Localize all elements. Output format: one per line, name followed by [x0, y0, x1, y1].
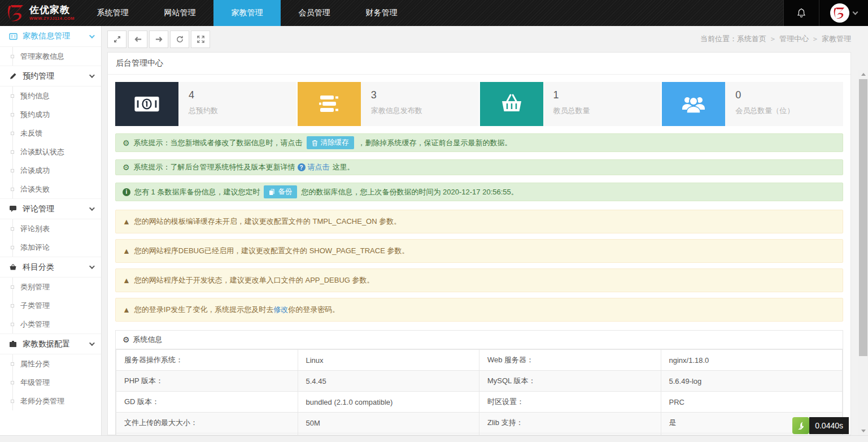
back-button[interactable] [128, 31, 147, 48]
main-content: 当前位置：系统首页＞管理中心＞家教管理 后台管理中心 4 总预约数 [102, 26, 868, 442]
table-cell-label: Zlib 支持： [479, 413, 661, 434]
sidebar-section-comments[interactable]: 评论管理 [0, 198, 101, 219]
scroll-down-arrow-icon[interactable] [858, 427, 868, 435]
sidebar-item-attribute-category[interactable]: 属性分类 [0, 354, 101, 373]
sidebar-item-subcategory-manage[interactable]: 子类管理 [0, 296, 101, 315]
sidebar-item-negotiate-default[interactable]: 洽谈默认状态 [0, 142, 101, 161]
sidebar-item-label: 洽谈默认状态 [20, 147, 64, 157]
backup-button[interactable]: 备份 [264, 185, 297, 198]
stat-card-members[interactable]: 0 会员总数量（位） [662, 82, 843, 126]
sidebar-item-negotiate-success[interactable]: 洽谈成功 [0, 161, 101, 180]
sidebar-section-subjects[interactable]: 科目分类 [0, 257, 101, 277]
sidebar-item-category-manage[interactable]: 类别管理 [0, 278, 101, 296]
refresh-icon [176, 35, 184, 44]
sidebar-section-booking[interactable]: 预约管理 [0, 66, 101, 86]
expand-button[interactable] [107, 31, 127, 48]
breadcrumb-admin-center[interactable]: 管理中心 [779, 34, 809, 43]
clear-cache-button[interactable]: 清除缓存 [307, 136, 354, 149]
basket-icon [9, 263, 18, 272]
chevron-down-icon [853, 9, 858, 15]
sidebar: 家教信息管理 管理家教信息 预约管理 预约信息 预约成功 未反馈 洽谈默认状态 … [0, 26, 102, 442]
brand-logo[interactable]: 佐优家教 WWW.ZYJJ114.COM [0, 0, 79, 26]
alert-dev-mode: ▲ 您的网站程序处于开发状态，建议更改单入口文件的 APP_DEBUG 参数。 [115, 268, 843, 292]
scrollbar-thumb[interactable] [859, 79, 867, 356]
sidebar-item-teacher-category-manage[interactable]: 老师分类管理 [0, 392, 101, 410]
alert-clear-cache: ⚙ 系统提示：当您新增或者修改了数据信息时，请点击 清除缓存 ，删除掉系统缓存，… [115, 133, 843, 152]
stat-label: 总预约数 [189, 106, 296, 116]
nav-item-system[interactable]: 系统管理 [79, 0, 146, 26]
briefcase-icon [9, 340, 18, 349]
alert-text: 您的登录IP发生了变化，系统提示您及时去 [134, 305, 273, 315]
stat-value: 3 [371, 89, 479, 101]
navbar-right [783, 0, 868, 26]
table-cell-label: 文件上传的最大大小： [116, 413, 298, 434]
sidebar-item-manage-tutor-info[interactable]: 管理家教信息 [0, 47, 101, 66]
pencil-icon [9, 72, 18, 81]
sidebar-item-no-feedback[interactable]: 未反馈 [0, 124, 101, 142]
sidebar-item-negotiate-fail[interactable]: 洽谈失败 [0, 180, 101, 198]
nav-item-tutoring[interactable]: 家教管理 [213, 0, 281, 26]
scroll-up-arrow-icon[interactable] [858, 70, 868, 79]
nav-item-website[interactable]: 网站管理 [146, 0, 213, 26]
alert-debug-enabled: ▲ 您的网站程序DEBUG已经启用，建议更改配置文件的 SHOW_PAGE_TR… [115, 239, 843, 263]
stat-card-teachers[interactable]: 1 教员总数量 [480, 82, 661, 126]
bullet-icon [11, 381, 14, 384]
brand-name: 佐优家教 [29, 5, 75, 15]
sidebar-item-comment-list[interactable]: 评论别表 [0, 219, 101, 238]
nav-item-member[interactable]: 会员管理 [281, 0, 348, 26]
stat-label: 家教信息发布数 [371, 106, 479, 116]
system-info-title: 系统信息 [133, 335, 163, 345]
trash-icon [312, 140, 318, 146]
user-menu[interactable] [819, 0, 868, 26]
sidebar-item-booking-success[interactable]: 预约成功 [0, 105, 101, 124]
thinkphp-logo-icon [792, 417, 809, 434]
breadcrumb-home[interactable]: 系统首页 [737, 34, 766, 43]
stat-info: 1 教员总数量 [543, 82, 661, 126]
button-label: 清除缓存 [321, 138, 349, 148]
horizontal-scrollbar[interactable] [0, 435, 868, 442]
alert-text: 您的网站程序处于开发状态，建议更改单入口文件的 APP_DEBUG 参数。 [134, 275, 374, 285]
sidebar-item-label: 管理家教信息 [20, 51, 64, 62]
fullscreen-button[interactable] [191, 31, 210, 48]
sidebar-item-booking-info[interactable]: 预约信息 [0, 86, 101, 105]
alert-text: 您的网站程序DEBUG已经启用，建议更改配置文件的 SHOW_PAGE_TRAC… [134, 246, 409, 256]
table-cell-label: Web 服务器： [479, 350, 661, 371]
nav-item-finance[interactable]: 财务管理 [348, 0, 415, 26]
arrow-left-icon [134, 35, 142, 44]
sidebar-item-label: 添加评论 [20, 242, 50, 253]
page-load-time: 0.0440s [809, 417, 849, 434]
forward-button[interactable] [149, 31, 168, 48]
trace-badge[interactable]: 0.0440s [792, 417, 849, 434]
stat-card-bookings[interactable]: 4 总预约数 [115, 82, 296, 126]
breadcrumb-separator: ＞ [769, 34, 777, 43]
change-password-link[interactable]: 修改 [273, 305, 288, 315]
warning-icon: ▲ [123, 217, 130, 226]
table-cell-label: 时区设置： [479, 392, 661, 413]
dashboard-panel: 后台管理中心 4 总预约数 [107, 52, 851, 435]
table-cell-value: 5.4.45 [298, 371, 479, 392]
refresh-button[interactable] [170, 31, 189, 48]
chevron-down-icon [89, 263, 95, 269]
sidebar-section-tutor-data-config[interactable]: 家教数据配置 [0, 333, 101, 354]
sidebar-item-add-comment[interactable]: 添加评论 [0, 238, 101, 257]
sidebar-item-minorcategory-manage[interactable]: 小类管理 [0, 315, 101, 333]
alert-text: 系统提示：当您新增或者修改了数据信息时，请点击 [134, 138, 303, 148]
bullet-icon [11, 304, 14, 307]
sidebar-section-tutor-info[interactable]: 家教信息管理 [0, 26, 101, 46]
notifications-button[interactable] [783, 0, 819, 26]
bullet-icon [11, 188, 14, 191]
stat-label: 会员总数量（位） [735, 106, 843, 116]
warning-icon: ▲ [123, 305, 130, 314]
sidebar-item-label: 预约成功 [20, 110, 50, 120]
stat-info: 3 家教信息发布数 [361, 82, 479, 126]
alert-text: 您的网站的模板编译缓存未开启，建议更改配置文件的 TMPL_CACHE_ON 参… [134, 216, 401, 227]
sidebar-group: 类别管理 子类管理 小类管理 [0, 277, 101, 333]
stat-card-posts[interactable]: 3 家教信息发布数 [298, 82, 479, 126]
please-click-link[interactable]: 请点击 [308, 162, 330, 172]
alert-text: 你的登录密码。 [288, 305, 339, 315]
bullet-icon [11, 94, 14, 98]
sidebar-item-label: 子类管理 [20, 301, 50, 311]
vertical-scrollbar[interactable] [858, 70, 868, 435]
sidebar-item-grade-manage[interactable]: 年级管理 [0, 373, 101, 392]
chevron-down-icon [89, 33, 95, 38]
